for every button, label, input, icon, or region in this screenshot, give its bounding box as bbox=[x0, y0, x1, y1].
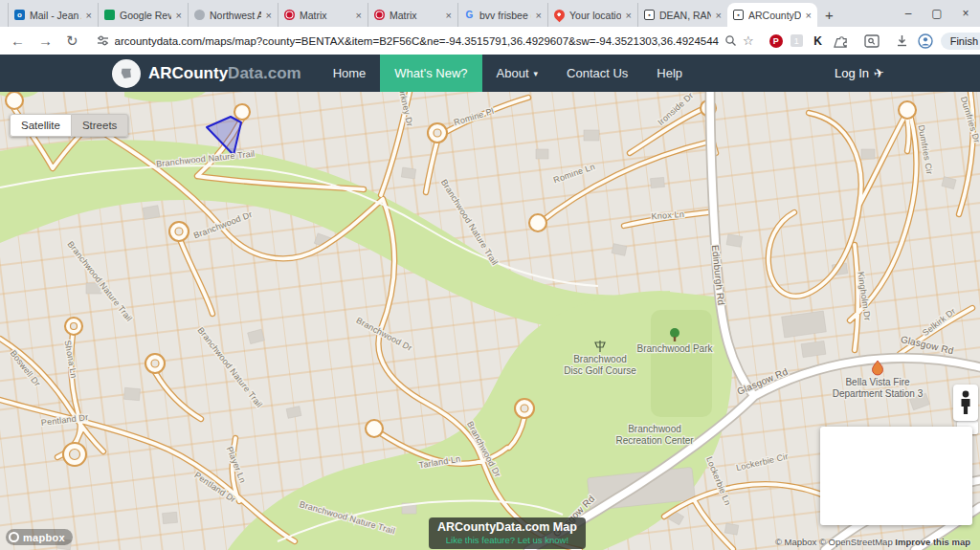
nav-menu: HomeWhat's New?About▾Contact UsHelp bbox=[319, 55, 697, 92]
map-viewport[interactable]: Branchwood Nature TrailBranchwood Nature… bbox=[0, 92, 980, 550]
tab-close-button[interactable]: × bbox=[536, 10, 542, 21]
poi-label: Disc Golf Course bbox=[564, 365, 636, 376]
mapbox-logo[interactable]: mapbox bbox=[6, 529, 73, 545]
nav-item-home[interactable]: Home bbox=[319, 55, 381, 92]
download-icon[interactable] bbox=[895, 33, 910, 49]
pinterest-extension-icon[interactable]: P bbox=[769, 34, 783, 48]
forward-button[interactable]: → bbox=[35, 33, 56, 49]
tab-search-icon[interactable] bbox=[864, 33, 880, 49]
poi-label: Recreation Center bbox=[615, 435, 694, 446]
map-overlay-title: ARCountyData.com Map bbox=[437, 520, 577, 534]
nav-item-help[interactable]: Help bbox=[642, 55, 697, 92]
improve-map-link[interactable]: Improve this map bbox=[895, 537, 970, 547]
map-layer-control: Satellite Streets bbox=[10, 114, 128, 137]
copyright-text[interactable]: © Mapbox © OpenStreetMap bbox=[775, 537, 893, 547]
browser-tab[interactable]: Northwest Arka× bbox=[188, 3, 278, 27]
streets-button[interactable]: Streets bbox=[72, 114, 128, 137]
browser-tab[interactable]: Gbvv frisbee gol× bbox=[457, 3, 547, 27]
browser-tab[interactable]: ▪ARCountyData× bbox=[727, 3, 817, 27]
arkansas-logo-icon bbox=[112, 59, 141, 88]
tab-bar: oMail - Jean Ann×Google Review×Northwest… bbox=[0, 0, 980, 27]
nav-item-what-s-new[interactable]: What's New? bbox=[380, 55, 481, 92]
login-button[interactable]: Log In ✈ bbox=[835, 55, 884, 92]
k-extension-icon[interactable]: K bbox=[811, 33, 826, 49]
generic-favicon-icon bbox=[194, 10, 205, 20]
arcounty-favicon-icon: ▪ bbox=[733, 10, 744, 20]
map-copyright[interactable]: © Mapbox © OpenStreetMap Improve this ma… bbox=[775, 537, 970, 547]
site-navbar: ARCountyData.com HomeWhat's New?About▾Co… bbox=[0, 55, 980, 92]
poi-label: Branchwood bbox=[628, 424, 681, 434]
paper-plane-icon: ✈ bbox=[873, 65, 886, 81]
parcel-info-popup[interactable] bbox=[820, 427, 972, 525]
pin-favicon-icon bbox=[552, 8, 568, 23]
poi-label: Department Station 3 bbox=[833, 388, 924, 399]
tab-title: ARCountyData bbox=[748, 10, 801, 21]
site-logo[interactable]: ARCountyData.com bbox=[112, 55, 301, 92]
tab-close-button[interactable]: × bbox=[806, 10, 812, 21]
new-tab-button[interactable]: + bbox=[817, 7, 843, 27]
address-bar[interactable]: arcountydata.com/maps/map?county=BENTAX&… bbox=[89, 31, 762, 52]
minimize-button[interactable]: – bbox=[894, 0, 923, 27]
tab-close-button[interactable]: × bbox=[86, 10, 92, 21]
browser-tab[interactable]: Matrix× bbox=[278, 3, 368, 27]
tab-title: bvv frisbee gol bbox=[479, 10, 531, 21]
google-favicon-icon: G bbox=[464, 10, 475, 20]
extensions-puzzle-icon[interactable] bbox=[834, 33, 849, 49]
profile-avatar-icon[interactable] bbox=[918, 33, 933, 49]
nav-item-about[interactable]: About▾ bbox=[482, 55, 553, 92]
tab-close-button[interactable]: × bbox=[626, 10, 632, 21]
map-overlay-feedback-link[interactable]: Like this feature? Let us know! bbox=[437, 535, 577, 545]
mapbox-logo-text: mapbox bbox=[23, 532, 65, 543]
site-settings-icon[interactable] bbox=[97, 34, 109, 47]
map-attribution-overlay: ARCountyData.com Map Like this feature? … bbox=[429, 517, 586, 549]
browser-tab[interactable]: Matrix× bbox=[368, 3, 457, 27]
back-button[interactable]: ← bbox=[8, 33, 28, 49]
tab-title: Matrix bbox=[390, 10, 441, 21]
browser-toolbar: ← → ↻ arcountydata.com/maps/map?county=B… bbox=[0, 27, 980, 55]
matrix-favicon-icon bbox=[284, 10, 295, 20]
browser-tab[interactable]: oMail - Jean Ann× bbox=[8, 3, 98, 27]
tab-close-button[interactable]: × bbox=[266, 10, 272, 21]
tab-title: Google Review bbox=[120, 10, 171, 21]
close-window-button[interactable]: × bbox=[951, 0, 980, 27]
url-text[interactable]: arcountydata.com/maps/map?county=BENTAX&… bbox=[115, 35, 719, 47]
tab-strip: oMail - Jean Ann×Google Review×Northwest… bbox=[8, 0, 817, 27]
finish-update-button[interactable]: Finish update bbox=[941, 33, 980, 50]
bookmark-star-icon[interactable]: ☆ bbox=[743, 33, 754, 48]
street-view-pegman-button[interactable] bbox=[953, 385, 978, 421]
browser-tab[interactable]: ▪DEAN, RANNIE× bbox=[637, 3, 727, 27]
reload-button[interactable]: ↻ bbox=[63, 33, 81, 50]
maximize-button[interactable]: ▢ bbox=[923, 0, 951, 27]
poi-label: Branchwood Park bbox=[637, 343, 714, 354]
poi-label: Branchwood bbox=[573, 354, 627, 364]
pegman-icon bbox=[959, 390, 972, 415]
nav-item-contact-us[interactable]: Contact Us bbox=[552, 55, 642, 92]
tab-title: Matrix bbox=[300, 10, 351, 21]
gray-extension-icon[interactable]: 1 bbox=[791, 34, 803, 47]
tab-title: DEAN, RANNIE bbox=[659, 10, 711, 21]
outlook-favicon-icon: o bbox=[14, 10, 25, 20]
tab-close-button[interactable]: × bbox=[176, 10, 182, 21]
arcounty-favicon-icon: ▪ bbox=[644, 10, 655, 20]
tab-close-button[interactable]: × bbox=[356, 10, 362, 21]
tab-title: Northwest Arka bbox=[210, 10, 261, 21]
chevron-down-icon: ▾ bbox=[534, 69, 539, 78]
mapbox-logo-icon bbox=[9, 532, 19, 542]
poi-label: Bella Vista Fire bbox=[845, 377, 910, 387]
browser-tab[interactable]: Your location t× bbox=[547, 3, 637, 27]
brand-title: ARCountyData.com bbox=[148, 64, 301, 83]
window-controls: – ▢ × bbox=[894, 0, 980, 27]
tab-title: Your location t bbox=[569, 10, 621, 21]
zoom-page-icon[interactable] bbox=[724, 34, 737, 47]
tab-title: Mail - Jean Ann bbox=[30, 10, 81, 21]
matrix-favicon-icon bbox=[374, 10, 385, 20]
sheets-favicon-icon bbox=[104, 10, 115, 20]
satellite-button[interactable]: Satellite bbox=[10, 114, 72, 137]
tab-close-button[interactable]: × bbox=[716, 10, 722, 21]
browser-tab[interactable]: Google Review× bbox=[98, 3, 188, 27]
tab-close-button[interactable]: × bbox=[446, 10, 452, 21]
